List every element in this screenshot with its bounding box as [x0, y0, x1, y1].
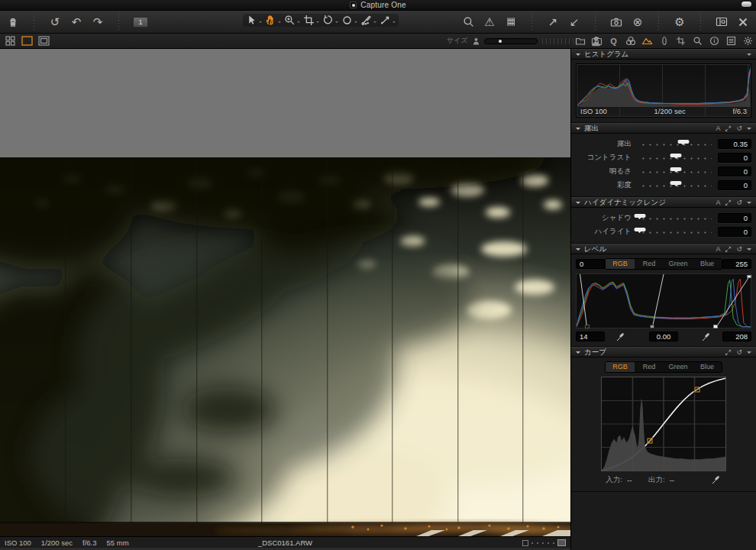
spot-brush-tool-icon[interactable] [360, 15, 376, 26]
auto-adjust-icon[interactable]: A [716, 125, 720, 132]
collapse-icon[interactable] [576, 248, 580, 253]
collapse-icon[interactable] [576, 351, 580, 356]
levels-white-input[interactable]: 255 [722, 259, 751, 269]
menu-chevron-icon[interactable] [747, 128, 751, 132]
curve-tab-green[interactable]: Green [664, 362, 693, 372]
saturation-slider[interactable] [638, 180, 713, 190]
capture-tab[interactable] [591, 35, 603, 47]
exposure-value[interactable]: 0.35 [718, 139, 751, 149]
zoom-slider[interactable] [531, 542, 554, 544]
collapse-icon[interactable] [576, 202, 580, 206]
curve-tab-red[interactable]: Red [635, 362, 664, 372]
levels-tab-green[interactable]: Green [664, 259, 693, 269]
menu-chevron-icon[interactable] [747, 248, 751, 253]
levels-histogram[interactable] [576, 273, 751, 328]
reset-adjustments-icon[interactable]: ↺ [48, 15, 62, 30]
curve-header[interactable]: カーブ ↺ [571, 347, 756, 358]
hdr-header[interactable]: ハイダイナミックレンジ A ↺ [571, 197, 756, 208]
menu-chevron-icon[interactable] [747, 53, 751, 58]
grid-view-icon[interactable] [5, 36, 16, 46]
composition-tab[interactable] [675, 35, 687, 47]
redo-icon[interactable]: ↷ [91, 15, 105, 30]
crop-tool-icon[interactable] [303, 15, 319, 26]
metadata-tab[interactable] [709, 35, 720, 47]
settings-tab[interactable] [742, 35, 754, 47]
levels-mid-value[interactable]: 0.00 [649, 332, 678, 341]
reset-tool-icon[interactable]: ↺ [736, 348, 742, 356]
highlight-picker-icon[interactable] [701, 332, 712, 341]
focus-mask-icon[interactable] [504, 15, 518, 30]
pointer-tool-icon[interactable] [246, 15, 262, 26]
copy-settings-icon[interactable] [725, 246, 732, 253]
curve-chart[interactable] [601, 377, 726, 471]
reset-tool-icon[interactable]: ↺ [736, 199, 742, 206]
library-tab[interactable] [574, 35, 586, 47]
shadow-value[interactable]: 0 [718, 213, 751, 223]
settings-gear-icon[interactable]: ⚙ [673, 15, 687, 30]
capture-camera-icon[interactable] [609, 15, 623, 30]
levels-header[interactable]: レベル A ↺ [571, 244, 756, 254]
thumbnail-size-slider[interactable] [484, 38, 538, 44]
exposure-warning-icon[interactable]: ⚠ [483, 15, 496, 30]
exposure-slider[interactable] [638, 138, 713, 149]
collapse-icon[interactable] [576, 128, 580, 132]
saturation-value[interactable]: 0 [718, 180, 751, 190]
color-tab[interactable] [625, 35, 636, 47]
proof-view-icon[interactable] [38, 36, 50, 46]
menu-chevron-icon[interactable] [747, 351, 751, 356]
collapse-icon[interactable] [576, 53, 580, 58]
menu-chevron-icon[interactable] [747, 202, 751, 206]
straighten-tool-icon[interactable] [380, 15, 396, 26]
variant-count-badge[interactable]: 1 [133, 17, 148, 28]
brightness-slider[interactable] [638, 166, 713, 176]
shadow-slider[interactable] [638, 212, 713, 223]
auto-adjust-icon[interactable]: A [716, 245, 720, 253]
levels-black-input[interactable]: 0 [576, 259, 605, 269]
zoom-out-icon[interactable] [522, 540, 528, 546]
highlight-value[interactable]: 0 [718, 227, 751, 237]
spot-circle-tool-icon[interactable] [341, 15, 357, 26]
single-view-icon[interactable] [21, 36, 33, 46]
contrast-value[interactable]: 0 [718, 153, 751, 163]
copy-settings-icon[interactable] [725, 125, 732, 132]
loupe-icon[interactable] [461, 15, 475, 30]
levels-tab-blue[interactable]: Blue [693, 259, 722, 269]
zoom-in-icon[interactable] [557, 539, 566, 546]
customize-tools-icon[interactable] [736, 15, 750, 30]
exposure-header[interactable]: 露出 A ↺ [571, 123, 756, 134]
trash-icon[interactable] [6, 15, 20, 30]
details-tab[interactable] [692, 35, 703, 47]
output-tab[interactable] [725, 35, 737, 47]
highlight-slider[interactable] [638, 226, 713, 237]
auto-adjust-icon[interactable]: A [716, 199, 720, 206]
copy-settings-icon[interactable] [725, 199, 732, 206]
pan-hand-tool-icon[interactable] [265, 15, 281, 26]
contrast-slider[interactable] [638, 152, 713, 163]
levels-white-top-handle[interactable] [747, 275, 751, 278]
import-icon[interactable]: ↙ [567, 15, 581, 30]
curve-tab-rgb[interactable]: RGB [606, 362, 635, 372]
copy-settings-icon[interactable] [725, 349, 732, 356]
curve-picker-icon[interactable] [711, 475, 722, 485]
levels-tab-rgb[interactable]: RGB [606, 259, 635, 269]
curve-tab-blue[interactable]: Blue [693, 362, 722, 372]
quick-tab[interactable]: Q [608, 35, 619, 47]
brightness-value[interactable]: 0 [718, 167, 751, 176]
reset-tool-icon[interactable]: ↺ [736, 245, 742, 253]
curve-point-1[interactable] [648, 438, 653, 443]
histogram-header[interactable]: ヒストグラム [571, 49, 756, 60]
zoom-tool-icon[interactable] [284, 15, 300, 26]
undo-icon[interactable]: ↶ [69, 15, 83, 30]
photo-image[interactable] [0, 157, 570, 536]
proof-profile-icon[interactable] [715, 15, 729, 30]
rotate-tool-icon[interactable] [322, 15, 338, 26]
lens-tab[interactable] [658, 35, 670, 47]
reset-tool-icon[interactable]: ↺ [736, 125, 742, 132]
zoom-widget[interactable] [522, 537, 566, 548]
exposure-tab[interactable] [641, 35, 653, 47]
export-icon[interactable]: ↗ [546, 15, 560, 30]
stop-capture-icon[interactable]: ⊗ [631, 15, 645, 30]
levels-highlight-value[interactable]: 208 [722, 332, 751, 341]
levels-tab-red[interactable]: Red [635, 259, 664, 269]
curve-point-2[interactable] [694, 387, 699, 392]
